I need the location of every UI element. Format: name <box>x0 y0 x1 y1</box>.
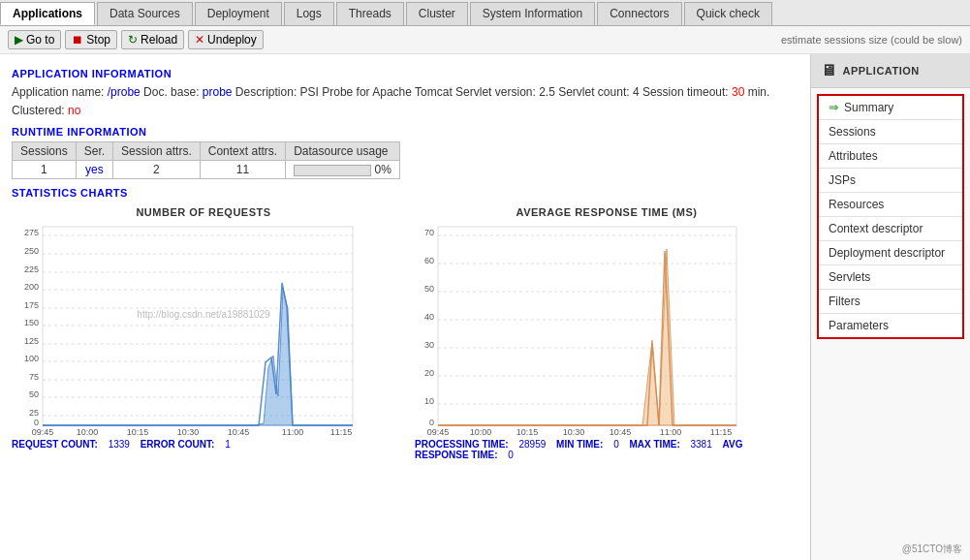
toolbar: ▶ Go to ⏹ Stop ↻ Reload ✕ Undeploy estim… <box>0 26 970 54</box>
sidebar-item-context-descriptor-label: Context descriptor <box>829 222 923 235</box>
app-name-label: Application name: <box>12 85 108 99</box>
sidebar-item-resources[interactable]: Resources <box>819 193 962 217</box>
cell-datasource: 0% <box>286 161 400 179</box>
goto-icon: ▶ <box>15 33 23 47</box>
app-info-heading: APPLICATION INFORMATION <box>12 68 798 79</box>
reload-button[interactable]: ↻ Reload <box>121 30 184 49</box>
min-time-label: MIN TIME: <box>556 439 606 450</box>
svg-text:275: 275 <box>24 228 39 237</box>
svg-text:200: 200 <box>24 282 39 292</box>
tab-connectors[interactable]: Connectors <box>597 2 681 25</box>
requests-chart-svg: 275 250 225 200 175 150 125 100 75 50 25… <box>12 222 360 435</box>
sidebar-item-parameters[interactable]: Parameters <box>819 314 962 337</box>
col-sessions: Sessions <box>13 142 77 161</box>
tab-threads[interactable]: Threads <box>336 2 404 25</box>
sidebar-item-servlets-label: Servlets <box>829 270 870 284</box>
app-info-line: Application name: /probe Doc. base: prob… <box>12 83 798 120</box>
svg-text:10:00: 10:00 <box>470 427 492 435</box>
sidebar-item-summary-label: Summary <box>844 101 893 114</box>
svg-text:10:45: 10:45 <box>610 427 632 435</box>
svg-text:10:00: 10:00 <box>77 427 99 435</box>
max-time-value: 3381 <box>691 439 712 450</box>
session-timeout-label: Session timeout: <box>642 85 732 99</box>
response-chart-wrapper: 70 60 50 40 30 20 10 0 <box>415 222 798 435</box>
progress-bar <box>294 165 371 176</box>
stats-heading: STATISTICS CHARTS <box>12 187 798 199</box>
svg-text:10:30: 10:30 <box>177 427 200 435</box>
proc-time-label: PROCESSING TIME: <box>415 439 511 450</box>
sidebar-item-attributes[interactable]: Attributes <box>819 144 962 169</box>
sidebar-item-jsps[interactable]: JSPs <box>819 169 962 193</box>
response-chart-title: AVERAGE RESPONSE TIME (MS) <box>415 206 798 218</box>
sidebar-item-attributes-label: Attributes <box>829 149 878 163</box>
tab-cluster[interactable]: Cluster <box>406 2 468 25</box>
requests-chart-title: NUMBER OF REQUESTS <box>12 206 395 218</box>
svg-text:25: 25 <box>29 408 39 418</box>
content-area: APPLICATION INFORMATION Application name… <box>0 54 810 560</box>
svg-text:10:30: 10:30 <box>563 427 585 435</box>
tab-applications[interactable]: Applications <box>0 2 95 25</box>
cell-session-attrs: 2 <box>113 161 201 179</box>
error-count-label: ERROR COUNT: <box>141 439 217 450</box>
app-name-value[interactable]: /probe <box>108 85 141 99</box>
min-time-value: 0 <box>613 439 619 450</box>
svg-text:10:15: 10:15 <box>127 427 149 435</box>
top-nav: ApplicationsData SourcesDeploymentLogsTh… <box>0 0 970 26</box>
doc-base-value[interactable]: probe <box>203 85 233 99</box>
sidebar-item-filters[interactable]: Filters <box>819 290 962 314</box>
col-ser: Ser. <box>76 142 112 161</box>
runtime-info-heading: RUNTIME INFORMATION <box>12 126 798 138</box>
error-count-value: 1 <box>225 439 231 450</box>
sidebar-item-summary[interactable]: ⇒ Summary <box>819 96 962 120</box>
servlet-count-label: Servlet count: <box>558 85 633 99</box>
svg-text:11:15: 11:15 <box>330 427 353 435</box>
undeploy-button[interactable]: ✕ Undeploy <box>188 30 264 49</box>
svg-text:11:00: 11:00 <box>282 427 304 435</box>
tab-data-sources[interactable]: Data Sources <box>97 2 193 25</box>
reload-label: Reload <box>141 33 177 47</box>
sidebar-item-context-descriptor[interactable]: Context descriptor <box>819 217 962 241</box>
stop-icon: ⏹ <box>72 33 83 47</box>
svg-text:0: 0 <box>429 418 434 427</box>
sidebar-item-servlets[interactable]: Servlets <box>819 265 962 290</box>
svg-text:0: 0 <box>34 418 39 427</box>
main-layout: APPLICATION INFORMATION Application name… <box>0 54 970 560</box>
svg-text:11:00: 11:00 <box>660 427 682 435</box>
requests-chart: NUMBER OF REQUESTS 275 250 225 200 175 1… <box>12 206 395 460</box>
sidebar-header: 🖥 APPLICATION <box>811 54 970 88</box>
requests-stats: REQUEST COUNT: 1339 ERROR COUNT: 1 <box>12 439 395 450</box>
svg-text:175: 175 <box>24 300 39 310</box>
cell-ser[interactable]: yes <box>76 161 112 179</box>
svg-text:150: 150 <box>24 318 39 327</box>
datasource-pct: 0% <box>374 163 391 176</box>
svg-text:250: 250 <box>24 246 39 256</box>
summary-arrow-icon: ⇒ <box>829 101 838 114</box>
stop-button[interactable]: ⏹ Stop <box>65 30 117 49</box>
clustered-value: no <box>68 104 80 117</box>
goto-button[interactable]: ▶ Go to <box>8 30 61 49</box>
svg-text:09:45: 09:45 <box>32 427 54 435</box>
sidebar-nav: ⇒ Summary Sessions Attributes JSPs Resou… <box>817 94 964 339</box>
estimate-link[interactable]: estimate sessions size (could be slow) <box>781 34 962 46</box>
reload-icon: ↻ <box>128 33 138 47</box>
tab-deployment[interactable]: Deployment <box>195 2 282 25</box>
tab-system-information[interactable]: System Information <box>470 2 595 25</box>
requests-chart-wrapper: 275 250 225 200 175 150 125 100 75 50 25… <box>12 222 395 435</box>
sidebar-item-sessions[interactable]: Sessions <box>819 120 962 144</box>
sidebar-item-sessions-label: Sessions <box>829 125 876 139</box>
sidebar-item-deployment-descriptor[interactable]: Deployment descriptor <box>819 241 962 265</box>
table-row: 1 yes 2 11 0% <box>13 161 400 179</box>
col-context-attrs: Context attrs. <box>200 142 285 161</box>
app-icon: 🖥 <box>821 62 837 79</box>
cell-context-attrs: 11 <box>200 161 285 179</box>
tab-logs[interactable]: Logs <box>284 2 334 25</box>
charts-area: NUMBER OF REQUESTS 275 250 225 200 175 1… <box>12 206 798 460</box>
svg-text:30: 30 <box>424 340 434 350</box>
desc-label: Description: <box>235 85 300 99</box>
sidebar-item-filters-label: Filters <box>829 295 860 308</box>
undeploy-icon: ✕ <box>195 33 204 47</box>
servlet-count-value: 4 <box>633 85 640 99</box>
tab-quick-check[interactable]: Quick check <box>684 2 772 25</box>
servlet-version-label: Servlet version: <box>455 85 539 99</box>
sidebar-item-parameters-label: Parameters <box>829 319 889 332</box>
